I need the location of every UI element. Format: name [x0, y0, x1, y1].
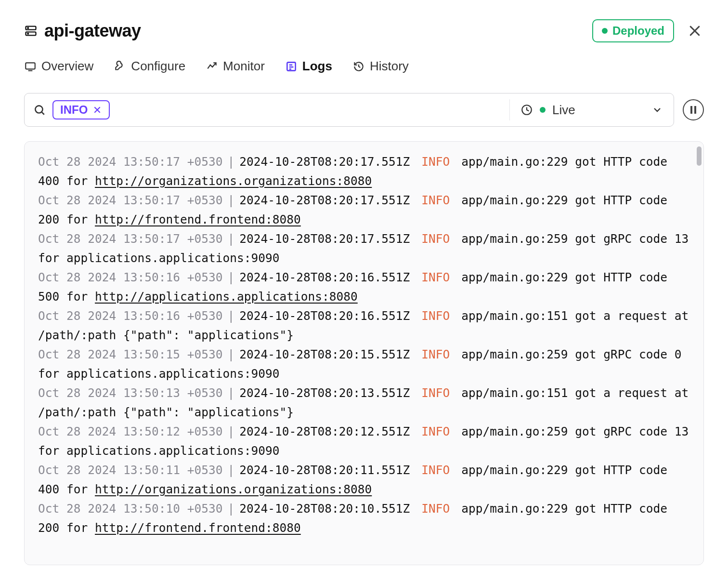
tabs: Overview Configure Monitor Logs	[24, 56, 704, 77]
log-ts-iso: 2024-10-28T08:20:16.551Z	[239, 309, 410, 323]
log-separator: |	[228, 347, 235, 361]
header-right: Deployed	[592, 19, 704, 42]
log-level: INFO	[421, 155, 450, 169]
live-dot-icon	[540, 107, 546, 113]
log-ts-local: Oct 28 2024 13:50:13 +0530	[38, 386, 223, 400]
tab-history-label: History	[370, 59, 409, 74]
log-separator: |	[228, 270, 235, 284]
log-entry[interactable]: Oct 28 2024 13:50:15 +0530|2024-10-28T08…	[38, 345, 690, 384]
title-wrap: api-gateway	[24, 21, 141, 41]
log-separator: |	[228, 424, 235, 438]
log-ts-local: Oct 28 2024 13:50:12 +0530	[38, 424, 223, 438]
log-entry[interactable]: Oct 28 2024 13:50:11 +0530|2024-10-28T08…	[38, 461, 690, 499]
log-separator: |	[228, 386, 235, 400]
log-separator: |	[228, 232, 235, 246]
log-separator: |	[228, 502, 235, 516]
log-separator: |	[228, 155, 235, 169]
tab-configure-label: Configure	[131, 59, 185, 74]
log-entry[interactable]: Oct 28 2024 13:50:16 +0530|2024-10-28T08…	[38, 268, 690, 306]
log-ts-iso: 2024-10-28T08:20:17.551Z	[239, 232, 410, 246]
log-separator: |	[228, 193, 235, 207]
log-panel[interactable]: Oct 28 2024 13:50:17 +0530|2024-10-28T08…	[24, 141, 704, 565]
log-url[interactable]: http://organizations.organizations:8080	[95, 482, 372, 496]
filter-chip-label: INFO	[60, 103, 88, 117]
log-level: INFO	[421, 193, 450, 207]
log-url[interactable]: http://organizations.organizations:8080	[95, 174, 372, 188]
log-ts-local: Oct 28 2024 13:50:17 +0530	[38, 193, 223, 207]
log-entry[interactable]: Oct 28 2024 13:50:16 +0530|2024-10-28T08…	[38, 306, 690, 345]
log-level: INFO	[421, 232, 450, 246]
status-dot-icon	[602, 28, 608, 34]
log-ts-local: Oct 28 2024 13:50:16 +0530	[38, 309, 223, 323]
tab-configure[interactable]: Configure	[114, 56, 185, 77]
tab-history[interactable]: History	[352, 56, 409, 77]
close-button[interactable]	[686, 22, 704, 40]
log-ts-local: Oct 28 2024 13:50:15 +0530	[38, 347, 223, 361]
page-header: api-gateway Deployed	[24, 19, 704, 42]
log-separator: |	[228, 309, 235, 323]
server-icon	[24, 24, 38, 38]
log-url[interactable]: http://applications.applications:8080	[95, 290, 358, 304]
log-ts-local: Oct 28 2024 13:50:16 +0530	[38, 270, 223, 284]
svg-point-12	[35, 106, 42, 113]
log-url[interactable]: http://frontend.frontend:8080	[95, 521, 301, 535]
log-level: INFO	[421, 309, 450, 323]
log-ts-iso: 2024-10-28T08:20:10.551Z	[239, 502, 410, 516]
svg-rect-6	[26, 63, 35, 69]
log-level: INFO	[421, 502, 450, 516]
tab-overview[interactable]: Overview	[24, 56, 93, 77]
status-label: Deployed	[612, 24, 664, 38]
controls-row: INFO	[24, 93, 704, 127]
tab-logs-label: Logs	[302, 59, 332, 74]
log-level: INFO	[421, 386, 450, 400]
log-entry[interactable]: Oct 28 2024 13:50:17 +0530|2024-10-28T08…	[38, 191, 690, 229]
log-ts-iso: 2024-10-28T08:20:12.551Z	[239, 424, 410, 438]
log-ts-iso: 2024-10-28T08:20:11.551Z	[239, 463, 410, 477]
svg-point-3	[27, 33, 28, 34]
time-range-select[interactable]: Live	[510, 103, 674, 118]
live-label: Live	[552, 103, 575, 118]
log-level: INFO	[421, 463, 450, 477]
log-ts-local: Oct 28 2024 13:50:10 +0530	[38, 502, 223, 516]
tab-overview-label: Overview	[41, 59, 93, 74]
search-box: INFO	[24, 93, 674, 127]
status-badge: Deployed	[592, 19, 674, 42]
log-level: INFO	[421, 424, 450, 438]
tab-monitor-label: Monitor	[223, 59, 265, 74]
search-icon	[33, 104, 46, 116]
pause-icon	[690, 106, 696, 114]
chevron-down-icon	[651, 104, 663, 116]
log-entry[interactable]: Oct 28 2024 13:50:17 +0530|2024-10-28T08…	[38, 152, 690, 191]
log-entry[interactable]: Oct 28 2024 13:50:12 +0530|2024-10-28T08…	[38, 422, 690, 461]
page-title: api-gateway	[44, 21, 141, 41]
log-ts-local: Oct 28 2024 13:50:11 +0530	[38, 463, 223, 477]
log-level: INFO	[421, 347, 450, 361]
log-ts-iso: 2024-10-28T08:20:15.551Z	[239, 347, 410, 361]
log-ts-iso: 2024-10-28T08:20:16.551Z	[239, 270, 410, 284]
log-separator: |	[228, 463, 235, 477]
tab-monitor[interactable]: Monitor	[206, 56, 265, 77]
log-ts-iso: 2024-10-28T08:20:17.551Z	[239, 155, 410, 169]
clock-icon	[520, 104, 533, 116]
log-ts-iso: 2024-10-28T08:20:17.551Z	[239, 193, 410, 207]
log-ts-iso: 2024-10-28T08:20:13.551Z	[239, 386, 410, 400]
log-lines: Oct 28 2024 13:50:17 +0530|2024-10-28T08…	[38, 152, 690, 538]
log-ts-local: Oct 28 2024 13:50:17 +0530	[38, 232, 223, 246]
log-entry[interactable]: Oct 28 2024 13:50:13 +0530|2024-10-28T08…	[38, 384, 690, 422]
log-ts-local: Oct 28 2024 13:50:17 +0530	[38, 155, 223, 169]
log-entry[interactable]: Oct 28 2024 13:50:17 +0530|2024-10-28T08…	[38, 229, 690, 268]
svg-line-13	[42, 112, 44, 115]
log-url[interactable]: http://frontend.frontend:8080	[95, 212, 301, 226]
tab-logs[interactable]: Logs	[285, 56, 332, 77]
svg-point-2	[27, 27, 28, 28]
filter-chip-info[interactable]: INFO	[52, 100, 110, 119]
log-entry[interactable]: Oct 28 2024 13:50:10 +0530|2024-10-28T08…	[38, 499, 690, 538]
scrollbar-thumb[interactable]	[697, 146, 702, 166]
chip-remove-icon[interactable]	[92, 105, 102, 115]
search-left[interactable]: INFO	[25, 100, 509, 119]
log-level: INFO	[421, 270, 450, 284]
pause-button[interactable]	[683, 99, 704, 120]
